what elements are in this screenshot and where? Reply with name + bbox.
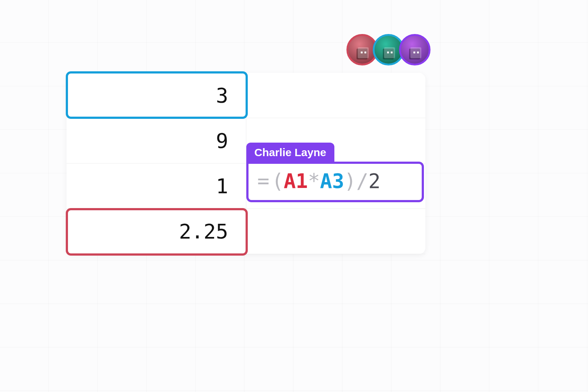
formula-token-ref-A3: A3 <box>320 169 344 193</box>
cell-value: 3 <box>216 83 228 107</box>
formula-token-equals: = <box>257 169 269 193</box>
svg-rect-2 <box>361 52 363 53</box>
formula-editor[interactable]: =(A1*A3)/2 <box>246 162 424 202</box>
svg-rect-10 <box>414 52 416 53</box>
cell-value: 2.25 <box>179 219 228 243</box>
svg-rect-7 <box>391 52 393 53</box>
cell-B4[interactable] <box>246 209 426 254</box>
formula-token-lparen: ( <box>272 169 284 193</box>
avatar-cube-icon <box>405 44 424 64</box>
collaborator-name-badge: Charlie Layne <box>246 143 334 162</box>
svg-rect-11 <box>417 52 419 53</box>
table-row: 2.25 <box>67 209 425 254</box>
svg-rect-3 <box>365 52 367 53</box>
cell-B1[interactable] <box>246 73 426 118</box>
cell-A1[interactable]: 3 <box>67 73 246 118</box>
avatar-user-3[interactable] <box>399 34 430 65</box>
cell-A2[interactable]: 9 <box>67 118 246 163</box>
collaborator-cursor: Charlie Layne =(A1*A3)/2 <box>246 143 424 202</box>
formula-token-number: 2 <box>368 169 380 193</box>
svg-rect-5 <box>384 47 395 58</box>
collaborator-avatars <box>346 34 430 65</box>
collaborator-name: Charlie Layne <box>254 146 326 158</box>
table-row: 3 <box>67 73 425 118</box>
avatar-cube-icon <box>379 44 398 64</box>
formula-token-ref-A1: A1 <box>284 169 308 193</box>
formula-token-star: * <box>308 169 320 193</box>
cell-value: 1 <box>216 174 228 198</box>
svg-rect-1 <box>358 47 369 58</box>
cell-value: 9 <box>216 129 228 152</box>
svg-rect-9 <box>410 47 421 58</box>
avatar-cube-icon <box>352 44 372 64</box>
formula-token-rparen: ) <box>344 169 356 193</box>
cell-A4[interactable]: 2.25 <box>67 209 246 254</box>
cell-A3[interactable]: 1 <box>67 163 246 208</box>
formula-token-slash: / <box>356 169 368 193</box>
svg-rect-6 <box>387 52 389 53</box>
spreadsheet: 3 9 1 2.25 Charlie Layne =(A1*A3)/2 <box>67 73 425 254</box>
